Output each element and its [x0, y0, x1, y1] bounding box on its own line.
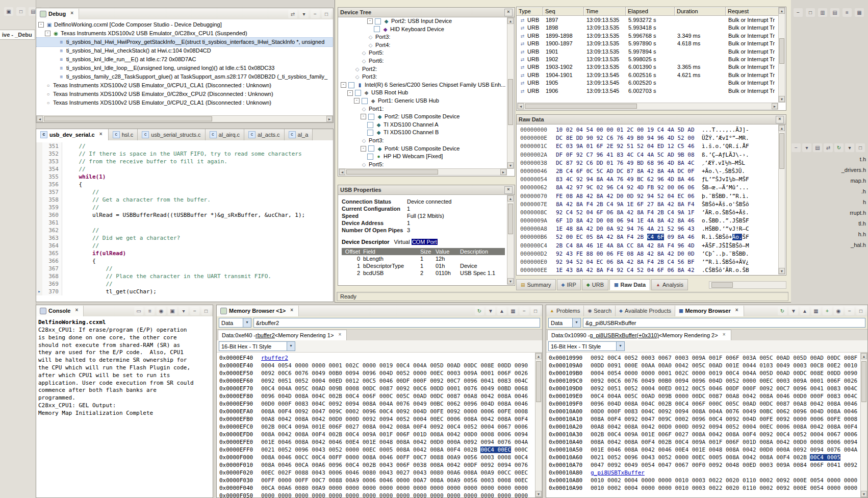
outline-icon[interactable]: ≡ — [843, 8, 852, 17]
file-name-fragment[interactable]: rrupt.h — [826, 208, 866, 218]
save-memory-icon[interactable]: ▼ — [789, 307, 798, 315]
gutter-marker-slot[interactable] — [36, 181, 42, 188]
gutter-marker-slot[interactable] — [36, 142, 42, 150]
close-icon[interactable] — [69, 11, 75, 17]
memory-address-input[interactable] — [583, 318, 865, 328]
raw-data-row[interactable]: 000000E0 92 94 52 04 EC 06 8A 42 8A F4 2… — [520, 258, 778, 266]
checkbox[interactable] — [348, 82, 354, 88]
minimize-icon[interactable]: − — [845, 307, 854, 315]
memory2-vscrollbar[interactable]: ▲ ▼ — [860, 353, 867, 497]
memory-row[interactable]: 0x00010A00 00D0 000F 0083 004C 0092 0094… — [549, 408, 860, 415]
checkbox[interactable] — [362, 98, 368, 104]
checkbox[interactable] — [367, 130, 373, 136]
editor-tab[interactable]: al_acts.c — [244, 129, 284, 140]
grid-icon[interactable]: ▦ — [855, 8, 864, 17]
checkbox[interactable] — [355, 90, 361, 96]
maximize-window-icon[interactable]: □ — [806, 8, 815, 17]
memory-row[interactable]: 0x000109A0 00DD 0091 000E 00AA 00A0 0042… — [549, 362, 860, 369]
gutter-marker-slot[interactable] — [36, 211, 42, 219]
memory-row[interactable]: 0x00010A70 0047 0092 0049 0054 0047 0067… — [549, 461, 860, 469]
memory-address-input[interactable] — [253, 318, 540, 328]
device-tree-row[interactable]: Port2: — [339, 65, 507, 73]
urb-row[interactable]: URB 1903-1902 13:09:13.535 6.001390 s 3.… — [517, 63, 778, 71]
raw-data-row[interactable]: 00000054 83 4C 92 94 8A 4A 76 49 BC 62 9… — [520, 176, 778, 184]
column-header[interactable]: Elapsed — [626, 7, 675, 16]
pin-icon[interactable]: ◉ — [834, 307, 843, 315]
debug-tree-row[interactable]: ti_sysbios_hal_Hwi_checkStack() at Hwi.c… — [36, 46, 333, 55]
gutter-marker-slot[interactable] — [36, 272, 42, 280]
memory-row[interactable]: 0x00010A80 g_pi8USBTxBuffer — [549, 469, 860, 477]
memory-rendering-tab[interactable]: Data:0x10990 - g_pi8USBRxBuffer(+0x310) … — [547, 330, 731, 340]
file-name-fragment[interactable]: t.h — [826, 154, 866, 165]
memory-format-dropdown[interactable]: 16-Bit Hex - TI Style — [548, 341, 625, 351]
refresh-icon[interactable]: ↻ — [778, 307, 787, 315]
memory-row[interactable]: 0x00010A50 001E 0046 008A 0042 0046 00E4… — [549, 446, 860, 454]
tab-debug[interactable]: Debug — [36, 9, 79, 19]
gutter-marker-slot[interactable] — [36, 219, 42, 227]
view-menu-icon[interactable]: ▾ — [845, 143, 854, 152]
memory-row[interactable]: 0x0000F000 008A 0046 00CC 00C4 00FF 0000… — [219, 454, 535, 461]
device-tree-row[interactable]: - Port2: USB Composite Device — [339, 113, 507, 121]
maximize-icon[interactable]: □ — [531, 307, 540, 315]
close-icon[interactable] — [73, 308, 80, 314]
gutter-marker-slot[interactable] — [36, 165, 42, 173]
device-tree-row[interactable]: HP HD Webcam [Fixed] — [339, 153, 507, 161]
urb-vscrollbar[interactable]: ▲ ▼ — [778, 7, 785, 103]
memory-row[interactable]: 0x00010A10 008A 00F4 0092 0047 009C 0002… — [549, 415, 860, 423]
raw-data-row[interactable]: 000000EE 1E 43 8A 42 8A F4 92 C4 52 04 6… — [520, 266, 778, 275]
memory-space-dropdown[interactable]: Data — [219, 318, 251, 328]
editor-tab[interactable]: usb_serial_structs.c — [138, 129, 205, 140]
debug-tree-row[interactable]: ti_sysbios_hal_Hwi_HwiProxy_getStackInfo… — [36, 38, 333, 46]
memory-row[interactable]: 0x000109F0 0096 004D 008A 004C 002B 00C4… — [549, 400, 860, 408]
gutter-marker-slot[interactable] — [36, 242, 42, 250]
close-icon[interactable] — [504, 9, 513, 16]
memory-row[interactable]: 0x0000EF40 0004 0054 0000 0000 0001 002C… — [219, 362, 535, 369]
editor-tab[interactable]: hsl.c — [109, 129, 138, 140]
fill-memory-icon[interactable]: ▦ — [508, 307, 518, 315]
memory-row[interactable]: 0x00010A60 0021 0052 0096 0043 0052 0000… — [549, 454, 860, 461]
memory-row[interactable]: 0x0000EFA0 008A 00F4 0092 0047 009C 0002… — [219, 408, 535, 415]
load-memory-icon[interactable]: ▲ — [800, 307, 809, 315]
refresh-icon[interactable]: ↻ — [475, 307, 484, 315]
raw-data-row[interactable]: 00000062 8A 42 97 9C 02 96 C4 92 4D FB 9… — [520, 184, 778, 192]
close-icon[interactable] — [337, 332, 343, 338]
urb-hscrollbar[interactable]: ◄ ► — [517, 103, 778, 110]
raw-data-row[interactable]: 0000008C 92 C4 52 04 6F 06 8A 42 8A F4 2… — [520, 209, 778, 217]
raw-data-row[interactable]: 0000007E 8A 42 8A F4 2B C4 9A 1E 6F 27 8… — [520, 201, 778, 209]
memory-row[interactable]: 0x0000EFE0 001E 0046 008A 0042 0046 00E4… — [219, 438, 535, 446]
file-name-fragment[interactable]: .h — [826, 186, 866, 197]
usb-properties-vscrollbar[interactable]: ▲ ▼ — [507, 195, 514, 285]
memory-row[interactable]: 0x0000F010 008A 0046 00CA 00A6 0096 00C4… — [219, 461, 535, 469]
urb-row[interactable]: URB 1897 13:09:13.535 5.993272 s Bulk or… — [517, 16, 778, 24]
device-tree-hscrollbar[interactable]: ◄ ► — [339, 168, 507, 176]
debug-tree-row[interactable]: Texas Instruments XDS100v2 USB Emulator_… — [36, 90, 333, 98]
gutter-marker-slot[interactable] — [36, 227, 42, 234]
device-tree-row[interactable]: - Port4: USB Composite Device — [339, 145, 507, 153]
checkbox[interactable] — [367, 122, 373, 128]
gutter-marker-slot[interactable] — [36, 280, 42, 288]
device-tree-row[interactable]: Port3: — [339, 137, 507, 145]
debug-tree-row[interactable]: - Texas Instruments XDS100v2 USB Emulato… — [36, 29, 333, 38]
sort-icon[interactable]: ▾ — [802, 143, 811, 152]
urb-tab[interactable]: ◆ URB — [582, 279, 608, 290]
device-tree-row[interactable]: - Intel(R) 6 Series/C200 Series Chipset … — [339, 81, 507, 89]
memory-space-dropdown[interactable]: Data — [548, 318, 581, 328]
tab-available-products[interactable]: ◆ Available Products — [616, 306, 675, 316]
console-display-icon[interactable]: ▣ — [168, 307, 177, 315]
device-tree-row[interactable]: HID Keyboard Device — [339, 26, 507, 34]
memory-row[interactable]: 0x0000EFC0 002B 00C4 009A 001E 006F 0027… — [219, 423, 535, 431]
filter-icon[interactable]: ▤ — [813, 143, 822, 152]
gutter-marker-slot[interactable] — [36, 158, 42, 165]
checkbox[interactable] — [367, 154, 373, 160]
file-name-fragment[interactable]: h — [826, 197, 866, 208]
checkbox[interactable] — [375, 18, 381, 24]
symbol-label[interactable]: rbuffer2 — [261, 354, 288, 362]
code-area[interactable]: 351 // 352 // If there is space in the U… — [36, 140, 333, 302]
memory-row[interactable]: 0x0000EF50 0092 00C6 0076 0049 00B0 0094… — [219, 369, 535, 377]
column-header[interactable]: Value — [436, 248, 460, 255]
maximize-icon[interactable]: □ — [201, 307, 211, 315]
memory-format-dropdown[interactable]: 16-Bit Hex - TI Style — [219, 341, 295, 351]
debug-tree-row[interactable]: ti_sysbios_knl_Idle_loop__E(unsigned lon… — [36, 64, 333, 72]
column-header[interactable]: Description — [460, 248, 505, 255]
memory-row[interactable]: 0x0000F040 00CA 00A6 0080 00A9 0000 0000… — [219, 484, 535, 492]
